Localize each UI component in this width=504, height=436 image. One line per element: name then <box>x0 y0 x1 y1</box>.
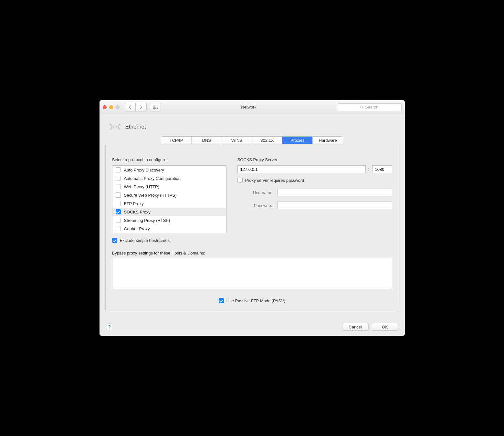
protocol-row-auto-config[interactable]: Automatic Proxy Configuration <box>112 174 226 182</box>
footer: ? Cancel OK <box>100 319 405 336</box>
chevron-right-icon <box>140 105 142 109</box>
search-field[interactable]: Search <box>337 103 402 111</box>
svg-point-4 <box>116 127 117 128</box>
grid-icon <box>153 106 158 109</box>
select-protocol-label: Select a protocol to configure: <box>112 157 226 162</box>
protocol-checkbox[interactable] <box>116 209 121 214</box>
protocol-row-rtsp[interactable]: Streaming Proxy (RTSP) <box>112 216 226 224</box>
protocol-row-https[interactable]: Secure Web Proxy (HTTPS) <box>112 191 226 199</box>
tab-hardware[interactable]: Hardware <box>313 137 343 144</box>
minimize-window-button[interactable] <box>109 105 113 109</box>
protocol-checkbox[interactable] <box>116 192 121 198</box>
content: TCP/IP DNS WINS 802.1X Proxies Hardware … <box>100 136 405 319</box>
ok-button[interactable]: OK <box>372 323 398 331</box>
requires-password-label: Proxy server requires password <box>245 178 304 183</box>
cancel-button[interactable]: Cancel <box>342 323 369 331</box>
password-label: Password: <box>237 203 274 208</box>
protocol-checkbox[interactable] <box>116 176 121 181</box>
protocol-label: Gopher Proxy <box>124 226 150 231</box>
proxies-panel: Select a protocol to configure: Auto Pro… <box>105 144 399 311</box>
forward-button[interactable] <box>136 103 147 111</box>
protocol-checkbox[interactable] <box>116 167 121 172</box>
ethernet-icon <box>109 122 121 132</box>
protocol-label: FTP Proxy <box>124 201 144 206</box>
search-icon <box>360 105 364 109</box>
protocol-row-gopher[interactable]: Gopher Proxy <box>112 224 226 233</box>
server-section-label: SOCKS Proxy Server <box>237 157 392 162</box>
show-all-button[interactable] <box>150 103 161 111</box>
close-window-button[interactable] <box>103 105 107 109</box>
protocol-label: Auto Proxy Discovery <box>124 168 164 172</box>
svg-point-3 <box>114 127 115 128</box>
search-placeholder: Search <box>365 105 378 109</box>
bypass-textarea[interactable] <box>112 258 392 289</box>
pasv-checkbox[interactable] <box>219 298 224 303</box>
nav-buttons <box>125 103 147 111</box>
host-port-separator: : <box>368 167 370 172</box>
protocol-label: Web Proxy (HTTP) <box>124 184 160 189</box>
panel-header: Ethernet <box>100 114 405 136</box>
password-input[interactable] <box>278 202 392 209</box>
tab-proxies[interactable]: Proxies <box>282 137 313 144</box>
exclude-simple-checkbox[interactable] <box>112 238 117 243</box>
tab-8021x[interactable]: 802.1X <box>252 137 282 144</box>
window-title: Network <box>164 105 334 109</box>
protocol-row-socks[interactable]: SOCKS Proxy <box>112 208 226 216</box>
protocol-row-ftp[interactable]: FTP Proxy <box>112 199 226 208</box>
proxy-port-input[interactable] <box>372 165 392 173</box>
protocol-row-http[interactable]: Web Proxy (HTTP) <box>112 182 226 191</box>
svg-line-1 <box>362 108 363 109</box>
chevron-left-icon <box>129 105 131 109</box>
username-input[interactable] <box>278 189 392 196</box>
protocol-checkbox[interactable] <box>116 201 121 206</box>
protocol-row-auto-discovery[interactable]: Auto Proxy Discovery <box>112 166 226 174</box>
tab-wins[interactable]: WINS <box>222 137 252 144</box>
protocol-label: Streaming Proxy (RTSP) <box>124 218 170 223</box>
tab-dns[interactable]: DNS <box>192 137 222 144</box>
protocol-label: Secure Web Proxy (HTTPS) <box>124 193 177 198</box>
protocol-label: SOCKS Proxy <box>124 210 151 214</box>
proxy-host-input[interactable] <box>237 165 366 173</box>
zoom-window-button[interactable] <box>116 105 120 109</box>
interface-name: Ethernet <box>125 124 146 130</box>
username-label: Username: <box>237 190 274 195</box>
tabs: TCP/IP DNS WINS 802.1X Proxies Hardware <box>161 136 343 144</box>
help-button[interactable]: ? <box>106 323 113 330</box>
preferences-window: Network Search Ethernet TCP/IP DNS WINS … <box>100 100 405 336</box>
protocol-checkbox[interactable] <box>116 184 121 189</box>
exclude-simple-label: Exclude simple hostnames <box>120 238 170 243</box>
protocol-checkbox[interactable] <box>116 218 121 223</box>
pasv-label: Use Passive FTP Mode (PASV) <box>226 298 285 303</box>
window-controls <box>103 105 120 109</box>
requires-password-checkbox[interactable] <box>237 178 243 183</box>
protocol-list[interactable]: Auto Proxy Discovery Automatic Proxy Con… <box>112 165 226 233</box>
svg-point-2 <box>113 127 114 128</box>
protocol-label: Automatic Proxy Configuration <box>124 176 181 181</box>
tab-tcpip[interactable]: TCP/IP <box>161 137 192 144</box>
bypass-label: Bypass proxy settings for these Hosts & … <box>112 251 392 255</box>
protocol-checkbox[interactable] <box>116 226 121 231</box>
titlebar: Network Search <box>100 100 405 114</box>
back-button[interactable] <box>125 103 136 111</box>
